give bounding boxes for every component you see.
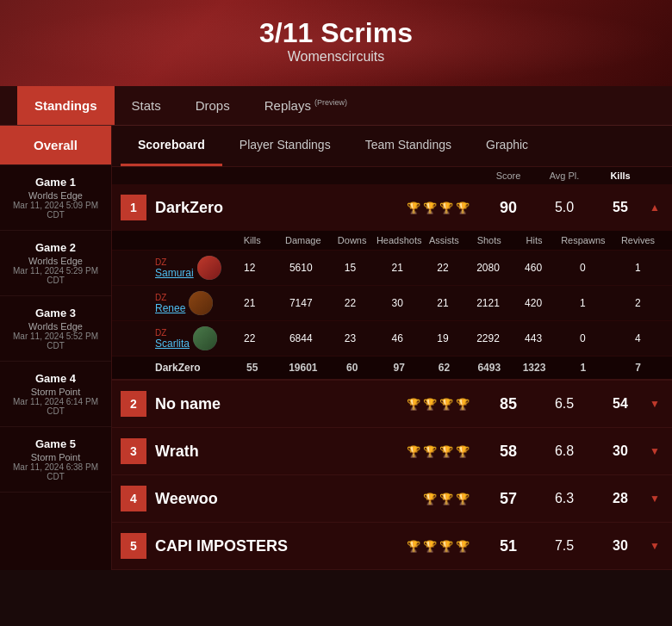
ph-headshots: Headshots: [374, 235, 425, 245]
stat-kills-scarlita: 22: [226, 332, 273, 344]
subnav-player-standings[interactable]: Player Standings: [222, 126, 348, 166]
team-trophies-noname: 🏆 🏆 🏆 🏆: [407, 398, 470, 411]
stat-damage-samurai: 5610: [273, 262, 328, 274]
team-kills-darkzero: 55: [594, 200, 646, 215]
ph-respawns: Respawns: [554, 235, 613, 245]
team-header-noname[interactable]: 2 No name 🏆 🏆 🏆 🏆 85 6.5 54 ▼: [112, 381, 672, 427]
stat-hits-samurai: 460: [513, 262, 553, 274]
stat-assists-scarlita: 19: [423, 332, 463, 344]
stat-hits-scarlita: 443: [513, 332, 553, 344]
stat-shots-renee: 2121: [463, 297, 513, 309]
avatar-scarlita: [193, 326, 217, 350]
team-name-darkzero: DarkZero: [155, 199, 407, 217]
player-tag-samurai: DZ: [155, 257, 166, 267]
team-row-noname: 2 No name 🏆 🏆 🏆 🏆 85 6.5 54 ▼: [112, 381, 672, 428]
expand-icon-weewoo[interactable]: ▼: [646, 493, 663, 505]
event-title: 3/11 Scrims: [17, 17, 655, 49]
team-score-capi: 51: [482, 537, 534, 555]
team-rank-1: 1: [121, 195, 146, 220]
stat-kills-samurai: 12: [226, 262, 273, 274]
totals-downs: 60: [331, 362, 374, 374]
stat-damage-scarlita: 6844: [273, 332, 328, 344]
team-score-weewoo: 57: [482, 490, 534, 508]
player-tag-renee: DZ: [155, 293, 166, 302]
avatar-samurai: [197, 256, 221, 280]
sidebar-item-overall[interactable]: Overall: [0, 126, 111, 165]
team-avg-darkzero: 5.0: [534, 200, 594, 215]
ph-downs: Downs: [331, 235, 374, 245]
subnav-graphic[interactable]: Graphic: [469, 126, 545, 166]
sidebar-item-game4[interactable]: Game 4 Storm Point Mar 11, 2024 6:14 PM …: [0, 362, 111, 427]
totals-respawns: 1: [554, 362, 613, 374]
sidebar-item-game1[interactable]: Game 1 Worlds Edge Mar 11, 2024 5:09 PM …: [0, 165, 111, 231]
main-content: Scoreboard Player Standings Team Standin…: [112, 126, 672, 570]
team-rank-5: 5: [121, 533, 146, 559]
stat-respawns-scarlita: 0: [553, 332, 613, 344]
totals-hits: 1323: [514, 362, 553, 374]
team-kills-noname: 54: [594, 396, 646, 412]
team-header-darkzero[interactable]: 1 DarkZero 🏆 🏆 🏆 🏆 90 5.0 55 ▲: [112, 184, 672, 231]
totals-assists: 62: [425, 362, 464, 374]
team-rank-4: 4: [121, 486, 146, 511]
ph-assists: Assists: [425, 235, 464, 245]
team-kills-wrath: 30: [594, 443, 646, 459]
stat-respawns-renee: 1: [553, 297, 613, 309]
player-name-scarlita[interactable]: Scarlita: [155, 338, 190, 350]
team-header-wrath[interactable]: 3 Wrath 🏆 🏆 🏆 🏆 58 6.8 30 ▼: [112, 428, 672, 474]
team-kills-weewoo: 28: [594, 491, 646, 506]
team-avg-wrath: 6.8: [534, 443, 594, 459]
stat-headshots-renee: 30: [372, 297, 423, 309]
tab-replays[interactable]: Replays (Preview): [247, 86, 364, 125]
tab-standings[interactable]: Standings: [17, 86, 115, 125]
player-row-renee: DZ Renee 21 7147 22 30 21 2121 420 1 2: [112, 286, 672, 321]
totals-headshots: 97: [374, 362, 425, 374]
subnav-team-standings[interactable]: Team Standings: [348, 126, 469, 166]
team-rank-3: 3: [121, 438, 146, 464]
totals-shots: 6493: [464, 362, 514, 374]
avatar-renee: [189, 291, 213, 315]
stat-shots-scarlita: 2292: [463, 332, 513, 344]
stat-hits-renee: 420: [513, 297, 553, 309]
totals-kills: 55: [228, 362, 276, 374]
team-row-darkzero: 1 DarkZero 🏆 🏆 🏆 🏆 90 5.0 55 ▲ Kills Dam…: [112, 184, 672, 381]
header-kills: Kills: [594, 170, 646, 181]
team-avg-weewoo: 6.3: [534, 491, 594, 506]
team-score-wrath: 58: [482, 443, 534, 461]
totals-revives: 7: [613, 362, 663, 374]
stat-assists-renee: 21: [423, 297, 463, 309]
ph-damage: Damage: [276, 235, 331, 245]
team-trophies-darkzero: 🏆 🏆 🏆 🏆: [407, 201, 470, 214]
team-avg-noname: 6.5: [534, 396, 594, 412]
team-trophies-wrath: 🏆 🏆 🏆 🏆: [407, 445, 470, 458]
team-header-weewoo[interactable]: 4 Weewoo 🏆 🏆 🏆 57 6.3 28 ▼: [112, 475, 672, 522]
team-row-capi: 5 CAPI IMPOSTERS 🏆 🏆 🏆 🏆 51 7.5 30 ▼: [112, 523, 672, 570]
sidebar-item-game2[interactable]: Game 2 Worlds Edge Mar 11, 2024 5:29 PM …: [0, 231, 111, 296]
subnav-scoreboard[interactable]: Scoreboard: [121, 126, 222, 166]
header-score: Score: [482, 170, 534, 181]
header: 3/11 Scrims Womenscircuits: [0, 0, 672, 86]
stat-downs-samurai: 15: [328, 262, 371, 274]
team-name-capi: CAPI IMPOSTERS: [155, 537, 407, 555]
player-name-samurai[interactable]: Samurai: [155, 267, 194, 279]
team-row-wrath: 3 Wrath 🏆 🏆 🏆 🏆 58 6.8 30 ▼: [112, 428, 672, 475]
expand-icon-capi[interactable]: ▼: [646, 540, 663, 552]
expand-icon-wrath[interactable]: ▼: [646, 445, 663, 457]
stat-kills-renee: 21: [226, 297, 273, 309]
expand-icon-darkzero[interactable]: ▲: [646, 201, 663, 214]
stat-downs-renee: 22: [328, 297, 371, 309]
content-area: Overall Game 1 Worlds Edge Mar 11, 2024 …: [0, 126, 672, 570]
stat-revives-renee: 2: [613, 297, 663, 309]
sidebar-item-game5[interactable]: Game 5 Storm Point Mar 11, 2024 6:38 PM …: [0, 427, 111, 493]
sidebar-item-game3[interactable]: Game 3 Worlds Edge Mar 11, 2024 5:52 PM …: [0, 296, 111, 362]
tab-stats[interactable]: Stats: [115, 86, 178, 125]
team-trophies-weewoo: 🏆 🏆 🏆: [423, 493, 470, 505]
player-row-samurai: DZ Samurai 12 5610 15 21 22 2080 460 0 1: [112, 251, 672, 286]
tab-drops[interactable]: Drops: [178, 86, 247, 125]
stat-headshots-scarlita: 46: [372, 332, 423, 344]
player-tag-scarlita: DZ: [155, 328, 166, 338]
team-row-weewoo: 4 Weewoo 🏆 🏆 🏆 57 6.3 28 ▼: [112, 475, 672, 523]
team-name-noname: No name: [155, 395, 407, 413]
expand-icon-noname[interactable]: ▼: [646, 398, 663, 410]
player-name-renee[interactable]: Renee: [155, 302, 185, 314]
team-header-capi[interactable]: 5 CAPI IMPOSTERS 🏆 🏆 🏆 🏆 51 7.5 30 ▼: [112, 523, 672, 569]
